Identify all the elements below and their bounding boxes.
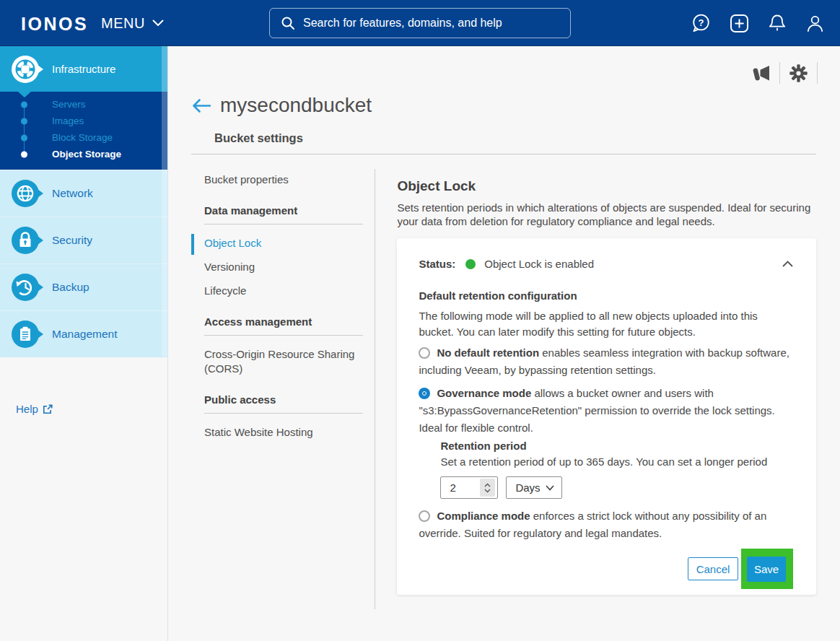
- sidebar-item-label: Security: [52, 234, 92, 247]
- section-description: The following mode will be applied to al…: [419, 308, 793, 340]
- settings-nav: Bucket properties Data management Object…: [191, 154, 375, 609]
- retention-unit-select[interactable]: Days: [506, 476, 562, 499]
- search-box[interactable]: [269, 8, 571, 38]
- save-button-highlight: Save: [741, 549, 793, 589]
- top-bar-icons: ?: [691, 0, 825, 46]
- back-arrow-icon[interactable]: [192, 99, 211, 113]
- status-label: Status:: [419, 258, 455, 270]
- sidebar: Infrastructure Servers Images Block Stor…: [0, 46, 168, 641]
- sidebar-item-security[interactable]: Security: [0, 217, 167, 263]
- sidebar-submenu: Servers Images Block Storage Object Stor…: [0, 92, 167, 170]
- cancel-button[interactable]: Cancel: [688, 557, 738, 580]
- nav-section-public-access: Public access: [204, 393, 363, 414]
- nav-section-data-management: Data management: [204, 204, 363, 224]
- sidebar-item-label: Management: [52, 328, 117, 341]
- sidebar-subitem-block-storage[interactable]: Block Storage: [0, 129, 167, 146]
- search-input[interactable]: [303, 17, 556, 30]
- main-content: mysecondbucket Bucket settings Bucket pr…: [168, 46, 840, 641]
- backup-icon: [11, 273, 44, 302]
- notifications-icon[interactable]: [768, 13, 787, 33]
- sidebar-item-backup[interactable]: Backup: [0, 263, 167, 310]
- sidebar-item-management[interactable]: Management: [0, 310, 167, 357]
- account-icon[interactable]: [805, 14, 825, 33]
- save-button[interactable]: Save: [747, 557, 786, 582]
- option-compliance-mode: Compliance mode enforces a strict lock w…: [419, 507, 793, 542]
- retention-value-field[interactable]: [450, 481, 477, 494]
- section-title: Default retention configuration: [419, 289, 793, 302]
- panel-description: Sets retention periods in which alterati…: [397, 201, 816, 228]
- help-link[interactable]: Help: [16, 403, 53, 415]
- megaphone-icon[interactable]: [751, 65, 770, 82]
- collapse-icon[interactable]: [782, 261, 793, 267]
- radio-no-default-retention[interactable]: [419, 347, 430, 359]
- help-bubble-icon[interactable]: ?: [691, 13, 711, 33]
- ionos-logo[interactable]: IONOS: [21, 13, 88, 35]
- status-value: Object Lock is enabled: [484, 258, 594, 270]
- search-icon: [281, 16, 295, 30]
- menu-label: MENU: [101, 15, 145, 32]
- nav-section-access-management: Access management: [204, 315, 363, 336]
- nav-item-versioning[interactable]: Versioning: [191, 256, 375, 279]
- network-icon: [11, 179, 44, 208]
- nav-item-cors[interactable]: Cross-Origin Resource Sharing (CORS): [191, 343, 375, 381]
- sidebar-item-infrastructure[interactable]: Infrastructure: [0, 46, 167, 92]
- nav-item-lifecycle[interactable]: Lifecycle: [191, 279, 375, 303]
- sidebar-item-label: Infrastructure: [52, 63, 115, 75]
- retention-value-input[interactable]: [440, 476, 498, 499]
- divider: [779, 62, 780, 84]
- retention-description: Set a retention period of up to 365 days…: [440, 455, 793, 468]
- number-stepper[interactable]: [480, 479, 495, 497]
- sidebar-subitem-servers[interactable]: Servers: [0, 96, 167, 113]
- page-subtitle: Bucket settings: [214, 131, 840, 145]
- menu-button[interactable]: MENU: [101, 0, 164, 46]
- chevron-down-icon: [152, 19, 164, 27]
- top-bar: IONOS MENU ?: [0, 0, 840, 46]
- retention-title: Retention period: [440, 440, 793, 452]
- divider: [375, 169, 375, 609]
- page-title: mysecondbucket: [220, 94, 372, 117]
- svg-text:?: ?: [699, 17, 704, 28]
- management-icon: [11, 320, 44, 349]
- infrastructure-icon: [11, 55, 44, 84]
- sidebar-item-label: Network: [52, 187, 93, 200]
- page-actions: [751, 62, 818, 84]
- external-link-icon: [43, 404, 53, 414]
- nav-item-static-website-hosting[interactable]: Static Website Hosting: [191, 421, 375, 445]
- sidebar-item-label: Backup: [52, 281, 89, 294]
- chevron-down-icon: [546, 485, 554, 491]
- nav-item-object-lock[interactable]: Object Lock: [191, 232, 375, 256]
- status-dot: [465, 259, 476, 269]
- sidebar-subitem-object-storage[interactable]: Object Storage: [0, 146, 167, 162]
- sidebar-subitem-images[interactable]: Images: [0, 113, 167, 129]
- sidebar-item-network[interactable]: Network: [0, 170, 167, 217]
- option-no-default-retention: No default retention enables seamless in…: [419, 344, 793, 379]
- security-icon: [11, 226, 44, 255]
- radio-governance-mode[interactable]: [419, 388, 430, 399]
- settings-icon[interactable]: [789, 64, 808, 82]
- radio-compliance-mode[interactable]: [419, 510, 430, 522]
- divider: [817, 62, 818, 84]
- retention-period-section: Retention period Set a retention period …: [440, 440, 793, 499]
- add-icon[interactable]: [730, 14, 749, 33]
- panel-heading: Object Lock: [397, 178, 816, 194]
- object-lock-panel: Object Lock Sets retention periods in wh…: [397, 154, 816, 609]
- object-lock-card: Status: Object Lock is enabled Default r…: [397, 238, 816, 595]
- option-governance-mode: Governance mode allows a bucket owner an…: [419, 385, 793, 437]
- nav-item-bucket-properties[interactable]: Bucket properties: [191, 168, 375, 192]
